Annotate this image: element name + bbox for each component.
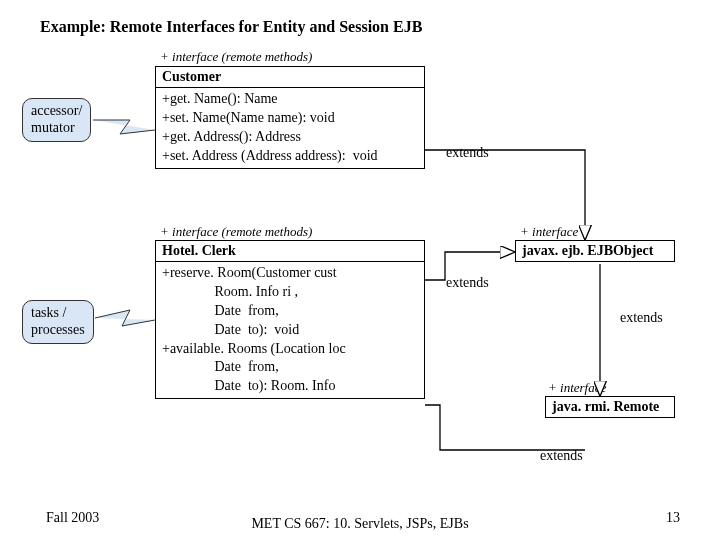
extends-label-4: extends (540, 448, 583, 464)
extends-label-2: extends (446, 275, 489, 291)
stereotype-remote: + interface (548, 380, 606, 396)
uml-hotelclerk: Hotel. Clerk +reserve. Room(Customer cus… (155, 240, 425, 399)
uml-remote: java. rmi. Remote (545, 396, 675, 418)
uml-remote-name: java. rmi. Remote (546, 397, 674, 417)
uml-hotelclerk-name: Hotel. Clerk (156, 241, 424, 262)
stereotype-customer: + interface (remote methods) (160, 49, 312, 65)
uml-customer-name: Customer (156, 67, 424, 88)
stereotype-ejbobject: + interface (520, 224, 578, 240)
footer-mid: MET CS 667: 10. Servlets, JSPs, EJBs (230, 516, 490, 532)
footer-left: Fall 2003 (46, 510, 99, 526)
callout-tasks-processes-text: tasks / processes (31, 305, 85, 337)
uml-hotelclerk-ops: +reserve. Room(Customer cust Room. Info … (156, 262, 424, 398)
uml-customer: Customer +get. Name(): Name +set. Name(N… (155, 66, 425, 169)
callout-accessor-mutator: accessor/ mutator (22, 98, 91, 142)
extends-label-3: extends (620, 310, 663, 326)
uml-ejbobject: javax. ejb. EJBObject (515, 240, 675, 262)
stereotype-hotelclerk: + interface (remote methods) (160, 224, 312, 240)
page-title: Example: Remote Interfaces for Entity an… (40, 18, 422, 36)
uml-customer-ops: +get. Name(): Name +set. Name(Name name)… (156, 88, 424, 168)
extends-label-1: extends (446, 145, 489, 161)
callout-accessor-mutator-text: accessor/ mutator (31, 103, 82, 135)
callout-tasks-processes: tasks / processes (22, 300, 94, 344)
uml-ejbobject-name: javax. ejb. EJBObject (516, 241, 674, 261)
footer-right: 13 (666, 510, 680, 526)
